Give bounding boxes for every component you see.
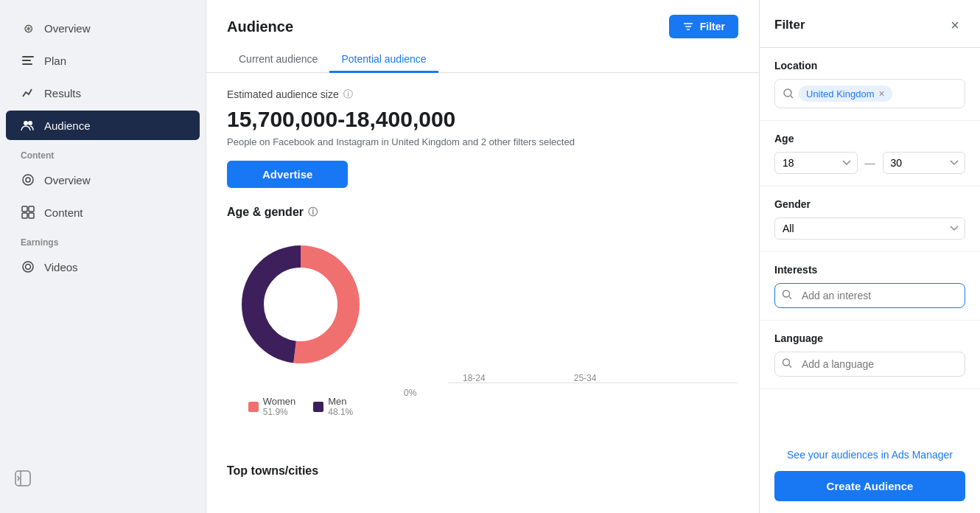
age-label: Age (774, 133, 965, 144)
interests-input[interactable] (774, 283, 965, 308)
main-body: Estimated audience size ⓘ 15,700,000-18,… (206, 73, 759, 492)
sidebar-item-overview[interactable]: ⊛ Overview (6, 13, 200, 43)
location-search[interactable]: United Kingdom × (774, 79, 965, 108)
top-cities-title: Top towns/cities (227, 464, 738, 478)
men-dot (313, 402, 323, 412)
filter-language-section: Language (760, 321, 980, 389)
svg-line-22 (791, 96, 793, 98)
gender-select[interactable]: All Women Men (774, 217, 965, 240)
info-icon: ⓘ (343, 88, 353, 101)
audience-size-sub: People on Facebook and Instagram in Unit… (227, 136, 738, 147)
tabs-bar: Current audience Potential audience (206, 38, 759, 73)
plan-icon (21, 53, 35, 68)
content-overview-icon (21, 172, 35, 187)
donut-svg (227, 231, 374, 378)
tab-current-audience[interactable]: Current audience (227, 47, 329, 73)
svg-rect-8 (29, 206, 34, 212)
filter-icon (682, 21, 694, 32)
location-search-icon (783, 88, 794, 100)
bar-chart-area: 0% 18-24 25-34 (404, 251, 738, 398)
filter-panel: Filter × Location United Kingdom × Age 1… (759, 0, 980, 513)
age-from-select[interactable]: 18 19 20 25 30 (774, 152, 858, 174)
earnings-section-label: Earnings (0, 228, 206, 251)
sidebar-item-label: Audience (44, 119, 91, 132)
legend-men: Men 48.1% (313, 396, 353, 417)
svg-point-6 (26, 178, 30, 182)
svg-rect-13 (15, 471, 30, 486)
age-gender-title: Age & gender ⓘ (227, 206, 738, 219)
audience-icon (21, 118, 35, 133)
svg-point-4 (28, 121, 32, 125)
filter-close-button[interactable]: × (945, 15, 965, 35)
sidebar-item-videos[interactable]: Videos (6, 252, 200, 282)
sidebar-item-label: Overview (44, 22, 91, 35)
location-tag: United Kingdom × (799, 86, 892, 102)
x-label-25-34: 25-34 (574, 373, 597, 383)
svg-rect-1 (22, 60, 31, 61)
sidebar-item-content-overview[interactable]: Overview (6, 165, 200, 195)
content-section-label: Content (0, 142, 206, 164)
interests-search-wrapper (774, 283, 965, 308)
sidebar-item-plan[interactable]: Plan (6, 46, 200, 75)
legend-women: Women 51.9% (248, 396, 296, 417)
page-title: Audience (227, 18, 293, 35)
filter-age-section: Age 18 19 20 25 30 — 25 28 30 35 40 (760, 121, 980, 186)
svg-point-11 (23, 262, 33, 272)
create-audience-button[interactable]: Create Audience (774, 471, 965, 501)
y-axis-zero: 0% (404, 388, 416, 398)
filter-gender-section: Gender All Women Men (760, 186, 980, 252)
location-tag-remove[interactable]: × (879, 88, 885, 100)
filter-title: Filter (774, 18, 805, 32)
svg-rect-2 (22, 63, 32, 65)
women-pct: 51.9% (263, 407, 296, 417)
men-pct: 48.1% (328, 407, 353, 417)
age-dash: — (865, 157, 875, 169)
sidebar: ⊛ Overview Plan Results Audience Content… (0, 0, 206, 513)
svg-point-3 (24, 121, 28, 125)
sidebar-item-results[interactable]: Results (6, 78, 200, 108)
age-gender-info-icon: ⓘ (308, 206, 318, 219)
svg-line-26 (789, 366, 791, 368)
svg-point-25 (783, 359, 790, 366)
svg-rect-10 (29, 213, 34, 218)
audience-size-label: Estimated audience size ⓘ (227, 88, 738, 101)
sidebar-item-label: Plan (44, 55, 66, 67)
women-dot (248, 402, 259, 412)
audience-size-number: 15,700,000-18,400,000 (227, 107, 738, 132)
language-input[interactable] (774, 352, 965, 377)
svg-point-20 (275, 279, 326, 330)
results-icon (21, 86, 35, 100)
svg-point-21 (784, 89, 791, 97)
sidebar-item-content[interactable]: Content (6, 198, 200, 227)
gender-label: Gender (774, 198, 965, 210)
svg-line-24 (789, 297, 791, 299)
overview-icon: ⊛ (21, 21, 35, 35)
filter-header: Filter × (760, 0, 980, 48)
advertise-button[interactable]: Advertise (227, 161, 348, 188)
tab-potential-audience[interactable]: Potential audience (329, 47, 438, 73)
x-label-18-24: 18-24 (463, 373, 486, 383)
content-icon (21, 205, 35, 220)
sidebar-item-audience[interactable]: Audience (6, 111, 200, 140)
women-label: Women (263, 396, 296, 407)
sidebar-bottom-toggle[interactable] (0, 458, 206, 501)
sidebar-item-label: Overview (44, 174, 91, 186)
interests-search-icon (782, 290, 792, 302)
men-label: Men (328, 396, 346, 407)
svg-rect-0 (22, 56, 34, 57)
age-row: 18 19 20 25 30 — 25 28 30 35 40 (774, 152, 965, 174)
location-tag-text: United Kingdom (806, 88, 875, 100)
location-label: Location (774, 60, 965, 71)
age-to-select[interactable]: 25 28 30 35 40 (883, 152, 966, 174)
svg-point-5 (23, 175, 33, 185)
filter-interests-section: Interests (760, 252, 980, 321)
filter-button[interactable]: Filter (669, 15, 738, 38)
main-header: Audience Filter (206, 0, 759, 38)
filter-footer: See your audiences in Ads Manager Create… (760, 437, 980, 513)
sidebar-item-label: Content (44, 206, 83, 219)
main-content: Audience Filter Current audience Potenti… (206, 0, 759, 513)
svg-rect-9 (22, 213, 27, 218)
ads-manager-link[interactable]: See your audiences in Ads Manager (774, 449, 965, 461)
svg-point-12 (26, 265, 31, 270)
chart-legend: Women 51.9% Men 48.1% (248, 396, 354, 417)
